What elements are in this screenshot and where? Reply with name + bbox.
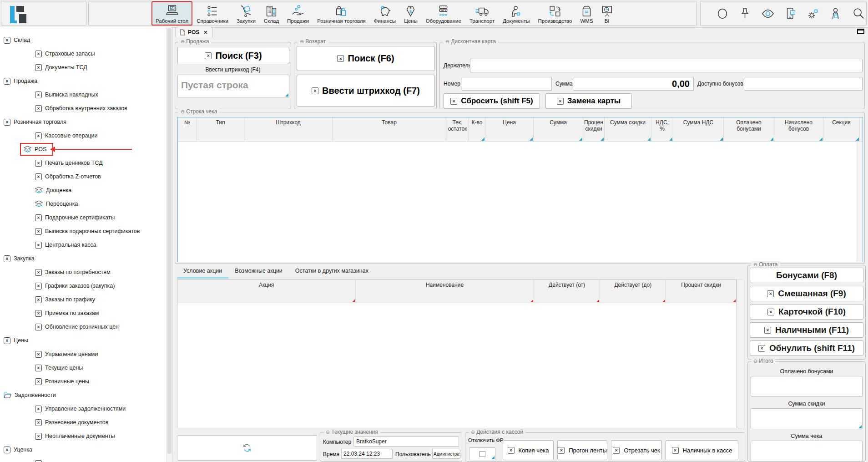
receipt-column-12[interactable]: Оплачено бонусами bbox=[724, 117, 774, 141]
cash-button-0[interactable]: ×Копия чека bbox=[503, 440, 554, 460]
tree-item-уценка[interactable]: ×Уценка bbox=[0, 443, 172, 457]
disable-fr-checkbox[interactable] bbox=[479, 451, 485, 457]
amount-input[interactable]: 0,00 bbox=[573, 77, 694, 91]
computer-input[interactable]: BratkoSuper bbox=[353, 437, 459, 447]
tree-item-заказы-по-графику[interactable]: ×Заказы по графику bbox=[0, 293, 172, 306]
totals-value-1[interactable] bbox=[751, 408, 863, 429]
replace-card-button[interactable]: × Замена карты bbox=[545, 93, 632, 109]
promo-tab-остатки-в-других-магазинах[interactable]: Остатки в других магазинах bbox=[289, 265, 375, 279]
toolbar-item-equipment[interactable]: Оборудование bbox=[422, 1, 465, 25]
tab-pos[interactable]: POS ✕ bbox=[176, 27, 212, 37]
promo-column-4[interactable]: Процент скидки bbox=[666, 280, 737, 303]
refresh-icon[interactable] bbox=[242, 443, 252, 452]
available-bonus-input[interactable] bbox=[744, 77, 863, 91]
tree-item-partial[interactable]: × bbox=[0, 457, 172, 462]
totals-value-2[interactable] bbox=[751, 441, 863, 462]
receipt-column-10[interactable]: НДС, % bbox=[651, 117, 673, 141]
collapse-icon[interactable]: ⊖ bbox=[471, 429, 475, 435]
refresh-panel[interactable] bbox=[177, 435, 317, 461]
tree-item-задолженности[interactable]: Задолженности bbox=[0, 388, 172, 402]
user-lock-icon[interactable] bbox=[831, 7, 841, 20]
tree-item-управление-задолженностями[interactable]: ×Управление задолженностями bbox=[0, 402, 172, 416]
tree-item-обновление-розничных-цен[interactable]: ×Обновление розничных цен bbox=[0, 320, 172, 334]
clock-icon[interactable] bbox=[716, 7, 729, 20]
toolbar-item-purchases[interactable]: Закупки bbox=[232, 1, 260, 25]
feedback-icon[interactable] bbox=[786, 7, 796, 20]
payment-button-0[interactable]: Бонусами (F8) bbox=[750, 268, 863, 283]
toolbar-item-list[interactable]: Справочники bbox=[192, 1, 232, 25]
receipt-column-5[interactable]: К-во bbox=[469, 117, 485, 141]
promo-table[interactable]: АкцияНаименованиеДействует (от)Действует… bbox=[177, 279, 737, 428]
tree-item-розничная-торговля[interactable]: ×Розничная торговля bbox=[0, 115, 172, 129]
tree-item-переоценка[interactable]: Переоценка bbox=[0, 197, 172, 211]
eye-icon[interactable] bbox=[761, 8, 775, 19]
toolbar-item-finance[interactable]: Финансы bbox=[370, 1, 400, 25]
promo-column-2[interactable]: Действует (от) bbox=[534, 280, 601, 303]
tab-close-icon[interactable]: ✕ bbox=[203, 30, 207, 36]
receipt-column-2[interactable]: Штрихкод bbox=[244, 117, 333, 141]
receipt-scrollbar[interactable] bbox=[857, 142, 862, 262]
tree-item-неоплаченные-документы[interactable]: ×Неоплаченные документы bbox=[0, 429, 172, 443]
tree-item-закупка[interactable]: ×Закупка bbox=[0, 252, 172, 265]
maximize-icon[interactable] bbox=[857, 29, 864, 34]
payment-button-1[interactable]: ×Смешанная (F9) bbox=[750, 286, 863, 301]
tree-item-продажа[interactable]: ×Продажа bbox=[0, 74, 172, 88]
receipt-column-7[interactable]: Сумма bbox=[534, 117, 583, 141]
receipt-column-14[interactable]: Секция bbox=[823, 117, 860, 141]
receipt-column-9[interactable]: Сумма скидки bbox=[605, 117, 651, 141]
totals-value-0[interactable] bbox=[751, 376, 863, 397]
toolbar-item-transport[interactable]: Транспорт bbox=[465, 1, 499, 25]
collapse-icon[interactable]: ⊖ bbox=[445, 39, 449, 44]
sale-search-button[interactable]: × Поиск (F3) bbox=[177, 47, 289, 64]
receipt-table[interactable]: №ТипШтрихкодТоварТек. остатокК-воЦенаСум… bbox=[177, 117, 863, 262]
tree-item-кассовые-операции[interactable]: ×Кассовые операции bbox=[0, 129, 172, 142]
toolbar-item-prices[interactable]: $Цены bbox=[400, 1, 422, 25]
refund-search-button[interactable]: × Поиск (F6) bbox=[297, 46, 435, 71]
receipt-column-11[interactable]: Сумма НДС bbox=[673, 117, 724, 141]
cash-button-1[interactable]: ×Прогон ленты bbox=[557, 440, 607, 460]
toolbar-item-warehouse[interactable]: Склад bbox=[260, 1, 283, 25]
refund-barcode-button[interactable]: × Ввести штрихкод (F7) bbox=[297, 75, 435, 107]
user-input[interactable]: Администратор bbox=[432, 449, 460, 459]
tree-item-центральная-касса[interactable]: ×Центральная касса bbox=[0, 238, 172, 252]
tree-item-обработка-внутренних-заказов[interactable]: ×Обработка внутренних заказов bbox=[0, 102, 172, 115]
sidebar-scrollbar[interactable] bbox=[166, 27, 172, 462]
tree-item-склад[interactable]: ×Склад bbox=[0, 33, 172, 47]
promo-tab-возможные-акции[interactable]: Возможные акции bbox=[228, 265, 289, 279]
cash-button-2[interactable]: ×Отрезать чек bbox=[611, 440, 662, 460]
toolbar-item-wms[interactable]: WMS bbox=[576, 1, 597, 25]
promo-tab-условие-акции[interactable]: Условие акции bbox=[177, 265, 228, 279]
collapse-icon[interactable]: ⊖ bbox=[181, 109, 185, 114]
collapse-icon[interactable]: ⊖ bbox=[753, 358, 757, 364]
tree-item-документы-тсд[interactable]: ×Документы ТСД bbox=[0, 61, 172, 74]
receipt-column-3[interactable]: Товар bbox=[333, 117, 446, 141]
tree-item-графики-заказов-закупка-[interactable]: ×Графики заказов (закупка) bbox=[0, 279, 172, 293]
collapse-icon[interactable]: ⊖ bbox=[753, 262, 757, 267]
promo-column-1[interactable]: Наименование bbox=[356, 280, 534, 303]
receipt-column-1[interactable]: Тип bbox=[197, 117, 244, 141]
tree-item-разнесение-документов[interactable]: ×Разнесение документов bbox=[0, 416, 172, 429]
tree-item-выписка-подарочных-сертификатов[interactable]: ×Выписка подарочных сертификатов bbox=[0, 224, 172, 238]
number-input[interactable] bbox=[462, 77, 552, 91]
pin-icon[interactable] bbox=[740, 7, 750, 20]
receipt-column-4[interactable]: Тек. остаток bbox=[446, 117, 469, 141]
cash-button-3[interactable]: ×Наличных в кассе bbox=[666, 440, 738, 460]
tree-item-управление-ценами[interactable]: ×Управление ценами bbox=[0, 347, 172, 361]
promo-scrollbar[interactable] bbox=[738, 279, 744, 429]
holder-input[interactable] bbox=[470, 59, 863, 72]
promo-column-3[interactable]: Действует (до) bbox=[600, 280, 666, 303]
tree-item-выписка-накладных[interactable]: ×Выписка накладных bbox=[0, 88, 172, 102]
collapse-icon[interactable]: ⊖ bbox=[181, 39, 185, 44]
toolbar-item-production[interactable]: Производство bbox=[534, 1, 576, 25]
tree-item-цены[interactable]: ×Цены bbox=[0, 334, 172, 347]
receipt-table-body[interactable] bbox=[178, 142, 863, 262]
payment-button-2[interactable]: ×Карточкой (F10) bbox=[750, 304, 863, 320]
reset-card-button[interactable]: × Сбросить (shift F5) bbox=[444, 93, 540, 109]
tree-item-печать-ценников-тсд[interactable]: ×Печать ценников ТСД bbox=[0, 156, 172, 170]
receipt-column-0[interactable]: № bbox=[178, 117, 197, 141]
tree-item-заказы-по-потребностям[interactable]: ×Заказы по потребностям bbox=[0, 265, 172, 279]
toolbar-item-documents[interactable]: Документы bbox=[499, 1, 534, 25]
toolbar-item-bi[interactable]: BI bbox=[597, 1, 617, 25]
tree-item-текущие-цены[interactable]: ×Текущие цены bbox=[0, 361, 172, 375]
collapse-icon[interactable]: ⊖ bbox=[326, 429, 330, 435]
